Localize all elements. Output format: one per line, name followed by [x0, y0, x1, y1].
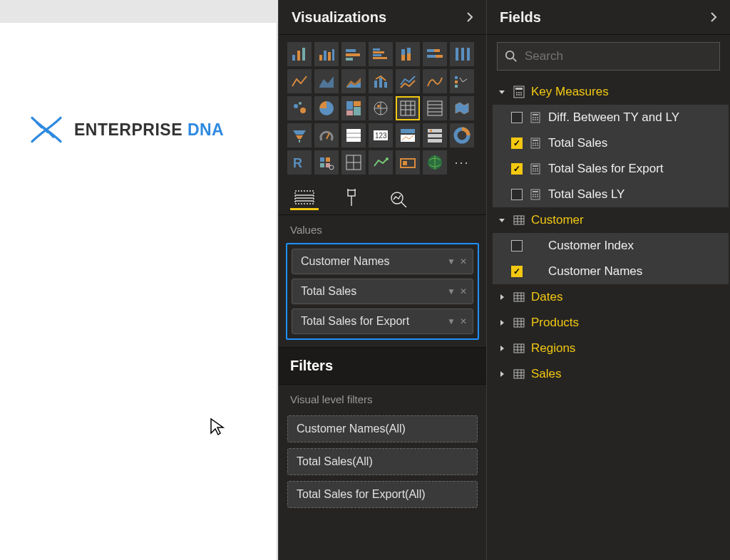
chevron-down-icon[interactable]: ▼	[447, 316, 456, 326]
field-row[interactable]: Diff. Between TY and LY	[493, 105, 729, 130]
report-canvas[interactable]: ENTERPRISE DNA	[0, 0, 278, 560]
field-checkbox[interactable]	[511, 266, 523, 277]
analytics-tab[interactable]	[384, 186, 413, 210]
caret-right-icon[interactable]	[497, 318, 507, 328]
calculator-icon	[513, 85, 525, 98]
table-node[interactable]: Products	[493, 310, 729, 336]
field-checkbox[interactable]	[511, 163, 523, 175]
svg-rect-31	[455, 76, 458, 79]
visual-filters-label: Visual level filters	[279, 385, 486, 410]
close-icon[interactable]: ✕	[460, 316, 467, 326]
viz-type-2[interactable]	[341, 42, 366, 66]
filter-pill[interactable]: Customer Names(All)	[287, 415, 478, 442]
viz-type-15[interactable]	[314, 96, 339, 120]
value-pill[interactable]: Customer Names▼✕	[292, 249, 473, 274]
svg-point-107	[537, 119, 538, 120]
field-name: Diff. Between TY and LY	[548, 110, 729, 125]
value-pill[interactable]: Total Sales for Export▼✕	[292, 308, 473, 334]
viz-type-9[interactable]	[341, 69, 366, 93]
field-checkbox[interactable]	[511, 112, 523, 123]
svg-rect-93	[515, 88, 523, 90]
viz-type-24[interactable]: 123	[369, 123, 393, 147]
viz-type-33[interactable]	[423, 150, 447, 175]
field-checkbox[interactable]	[511, 138, 523, 149]
table-node[interactable]: Dates	[493, 284, 729, 310]
value-pill[interactable]: Total Sales▼✕	[292, 279, 473, 304]
caret-down-icon[interactable]	[497, 215, 507, 225]
table-node[interactable]: Customer	[493, 207, 729, 233]
chevron-down-icon[interactable]: ▼	[447, 256, 456, 266]
svg-point-105	[533, 119, 534, 120]
chevron-right-icon[interactable]	[707, 11, 720, 24]
field-checkbox[interactable]	[511, 240, 523, 252]
viz-type-22[interactable]	[314, 123, 339, 147]
field-checkbox[interactable]	[511, 189, 523, 200]
field-row[interactable]: Total Sales for Export	[493, 156, 729, 182]
viz-type-23[interactable]	[341, 123, 366, 147]
filter-pill[interactable]: Total Sales for Export(All)	[287, 481, 478, 508]
viz-type-4[interactable]	[396, 42, 420, 66]
svg-rect-24	[436, 55, 443, 58]
viz-type-1[interactable]	[314, 42, 339, 66]
viz-type-10[interactable]	[369, 69, 393, 93]
filters-heading[interactable]: Filters	[279, 347, 486, 385]
viz-type-5[interactable]	[423, 42, 447, 66]
viz-type-30[interactable]	[341, 150, 366, 175]
viz-type-18[interactable]	[396, 96, 420, 120]
viz-type-27[interactable]	[450, 123, 474, 147]
viz-type-20[interactable]	[450, 96, 474, 120]
fields-panel: Fields Key MeasuresDiff. Between TY and …	[486, 0, 730, 560]
viz-type-6[interactable]	[450, 42, 474, 66]
chevron-down-icon[interactable]: ▼	[447, 286, 456, 296]
viz-type-16[interactable]	[341, 96, 366, 120]
caret-down-icon[interactable]	[497, 87, 507, 97]
viz-type-13[interactable]	[450, 69, 474, 93]
viz-type-31[interactable]	[369, 150, 393, 175]
viz-type-32[interactable]	[396, 150, 420, 175]
fields-tab[interactable]	[290, 186, 319, 210]
caret-right-icon[interactable]	[497, 369, 507, 379]
field-row[interactable]: Total Sales LY	[493, 182, 729, 207]
close-icon[interactable]: ✕	[460, 256, 467, 266]
table-node[interactable]: Key Measures	[493, 79, 729, 105]
table-node[interactable]: Regions	[493, 336, 729, 361]
viz-type-29[interactable]	[314, 150, 339, 175]
field-row[interactable]: Customer Index	[493, 233, 729, 259]
viz-type-0[interactable]	[287, 42, 312, 66]
visualizations-header[interactable]: Visualizations	[279, 0, 486, 34]
filter-pill-label: Total Sales for Export(All)	[297, 488, 426, 501]
field-row[interactable]: Customer Names	[493, 259, 729, 284]
viz-type-25[interactable]	[396, 123, 420, 147]
svg-point-77	[386, 157, 389, 160]
field-row[interactable]: Total Sales	[493, 130, 729, 156]
viz-type-19[interactable]	[423, 96, 447, 120]
viz-type-3[interactable]	[369, 42, 393, 66]
viz-type-17[interactable]	[369, 96, 393, 120]
close-icon[interactable]: ✕	[460, 286, 467, 296]
svg-rect-20	[407, 53, 411, 61]
viz-type-12[interactable]	[423, 69, 447, 93]
viz-type-21[interactable]	[287, 123, 312, 147]
fields-search[interactable]	[497, 42, 720, 71]
fields-header[interactable]: Fields	[487, 0, 730, 34]
caret-right-icon[interactable]	[497, 343, 507, 353]
svg-rect-71	[320, 163, 324, 167]
chevron-right-icon[interactable]	[463, 11, 476, 24]
table-name: Customer	[531, 213, 584, 227]
viz-more-icon[interactable]: ···	[450, 150, 474, 175]
viz-type-14[interactable]	[287, 96, 312, 120]
table-node[interactable]: Sales	[493, 361, 729, 387]
viz-type-7[interactable]	[287, 69, 312, 93]
format-tab[interactable]	[337, 186, 366, 210]
viz-type-8[interactable]	[314, 69, 339, 93]
fields-search-input[interactable]	[525, 49, 712, 63]
viz-type-26[interactable]	[423, 123, 447, 147]
svg-rect-9	[332, 49, 334, 61]
caret-right-icon[interactable]	[497, 292, 507, 302]
filter-pill[interactable]: Total Sales(All)	[287, 448, 478, 475]
viz-type-11[interactable]	[396, 69, 420, 93]
values-well[interactable]: Customer Names▼✕Total Sales▼✕Total Sales…	[286, 243, 479, 340]
viz-type-28[interactable]: R	[287, 150, 312, 175]
svg-rect-142	[514, 318, 524, 327]
report-page[interactable]: ENTERPRISE DNA	[0, 23, 277, 560]
